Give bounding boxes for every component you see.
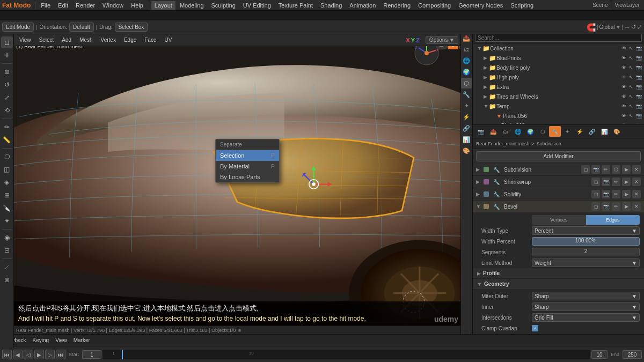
ws-animation[interactable]: Animation — [346, 1, 379, 10]
v2-sel[interactable]: ↖ — [628, 65, 634, 70]
rp-particles-icon[interactable]: ✦ — [461, 100, 472, 111]
vp-vertex[interactable]: Vertex — [98, 36, 119, 43]
rip-icon[interactable]: ⊗ — [1, 274, 13, 286]
extrude-icon[interactable]: ⬡ — [1, 151, 13, 162]
ctx-selection[interactable]: Selection P — [216, 150, 279, 161]
edges-btn[interactable]: Edges — [586, 215, 640, 225]
sol-del-btn[interactable]: ✕ — [632, 190, 641, 198]
loop-cut-icon[interactable]: ⊞ — [1, 189, 13, 201]
outliner-item-temp[interactable]: ▼ 📁 Temp 👁 ↖ 📷 — [473, 101, 644, 111]
v5-eye[interactable]: 👁 — [620, 94, 627, 99]
rp-physics-icon[interactable]: ⚡ — [461, 112, 472, 122]
v8-ren[interactable]: 📷 — [635, 123, 642, 124]
v6-eye[interactable]: 👁 — [620, 104, 627, 109]
vp-mesh[interactable]: Mesh — [76, 36, 96, 43]
cursor-icon[interactable]: ✛ — [1, 49, 13, 61]
tl-play-btn[interactable]: ▶ — [34, 350, 44, 359]
v4-sel[interactable]: ↖ — [628, 84, 634, 90]
pp-data[interactable]: 📊 — [598, 126, 610, 137]
move-icon[interactable]: ⊕ — [1, 66, 13, 78]
sub-render-btn[interactable]: 📷 — [591, 165, 600, 174]
smooth-icon[interactable]: ◉ — [1, 232, 13, 243]
v7-sel[interactable]: ↖ — [628, 113, 634, 119]
rotate-tool-icon[interactable]: ↺ — [1, 79, 13, 91]
pp-world[interactable]: 🌍 — [524, 126, 536, 137]
clamp-checkbox[interactable]: ✓ — [532, 325, 538, 331]
ws-uv[interactable]: UV Editing — [240, 1, 274, 10]
bev-del-btn[interactable]: ✕ — [632, 202, 641, 211]
vp-view[interactable]: View — [16, 36, 34, 43]
options-btn[interactable]: Options ▼ — [426, 36, 458, 44]
sol-edit-btn[interactable]: ✏ — [612, 190, 620, 198]
rp-constraints-icon[interactable]: 🔗 — [461, 123, 472, 134]
rotate-icon[interactable]: ↺ — [631, 24, 636, 31]
outliner-item-bodyline[interactable]: ▶ 📁 Body line poly 👁 ↖ 📷 — [473, 63, 644, 72]
outliner-item-highpoly[interactable]: ▶ 📁 High poly 👁 ↖ 📷 — [473, 72, 644, 82]
rp-data-icon[interactable]: 📊 — [461, 134, 472, 145]
v5-ren[interactable]: 📷 — [635, 94, 642, 99]
vp-edge[interactable]: Edge — [121, 36, 140, 43]
polypen-icon[interactable]: ✦ — [1, 215, 13, 227]
v4-eye[interactable]: 👁 — [620, 84, 627, 90]
menu-window[interactable]: Window — [99, 1, 127, 10]
add-modifier-btn[interactable]: Add Modifier — [476, 151, 641, 161]
ws-geonodes[interactable]: Geometry Nodes — [455, 1, 506, 10]
width-type-dropdown[interactable]: Percent ▼ — [532, 226, 640, 235]
vis-cursor[interactable]: ↖ — [628, 46, 634, 51]
main-viewport[interactable]: User Perspective (1) Rear Fender_main me… — [14, 34, 472, 334]
ws-texture[interactable]: Texture Paint — [275, 1, 316, 10]
width-percent-field[interactable]: 100.00% — [532, 237, 640, 246]
intersections-dropdown[interactable]: Grid Fill ▼ — [532, 313, 640, 322]
geometry-section-header[interactable]: ▼ Geometry — [473, 279, 644, 290]
v3-sel[interactable]: ↖ — [628, 75, 634, 80]
tl-keying[interactable]: Keying — [31, 337, 52, 343]
limit-method-dropdown[interactable]: Weight ▼ — [532, 258, 640, 267]
vertices-btn[interactable]: Vertices — [532, 215, 586, 225]
shear-icon[interactable]: ⟋ — [1, 261, 13, 273]
pp-object[interactable]: ⬡ — [537, 126, 548, 137]
pp-physics[interactable]: ⚡ — [574, 126, 586, 137]
scale-tool-icon[interactable]: ⤢ — [1, 92, 13, 104]
breadcrumb-modifier[interactable]: Subdivision — [537, 141, 561, 146]
tl-prev-keyframe-btn[interactable]: ◀ — [13, 350, 23, 359]
rp-view-icon[interactable]: 🗂 — [461, 44, 472, 55]
pp-render[interactable]: 📷 — [475, 126, 487, 137]
segments-field[interactable]: 2 — [532, 248, 640, 256]
pp-output[interactable]: 📤 — [487, 126, 499, 137]
menu-help[interactable]: Help — [128, 1, 147, 10]
shrinkwrap-header[interactable]: ▶ 🔧 Shrinkwrap ◻ 📷 ✏ ▶ ✕ — [473, 176, 644, 188]
v8-sel[interactable]: ↖ — [628, 123, 634, 124]
v-ren[interactable]: 📷 — [635, 55, 642, 61]
pp-particles[interactable]: ✦ — [561, 126, 573, 137]
v7-ren[interactable]: 📷 — [635, 113, 642, 119]
shw-ren-btn[interactable]: 📷 — [602, 178, 610, 186]
menu-render[interactable]: Render — [72, 1, 98, 10]
tl-next-keyframe-btn[interactable]: ▷ — [45, 350, 55, 359]
v6-sel[interactable]: ↖ — [628, 104, 634, 109]
bevel-header[interactable]: ▼ 🔧 Bevel ◻ 📷 ✏ ▶ ✕ — [473, 201, 644, 212]
tl-bar[interactable]: 1 10 — [103, 350, 590, 359]
transform-tool-icon[interactable]: ⟲ — [1, 105, 13, 116]
ctx-by-loose-parts[interactable]: By Loose Parts — [216, 172, 279, 182]
outliner-item-collection[interactable]: ▼ 📁 Collection 👁 ↖ 📷 — [473, 43, 644, 53]
magnet-icon[interactable]: 🧲 — [587, 23, 596, 32]
mode-dropdown[interactable]: Edit Mode — [2, 23, 34, 32]
pp-constraints[interactable]: 🔗 — [586, 126, 598, 137]
tl-marker[interactable]: Marker — [71, 337, 92, 343]
sub-apply-btn[interactable]: ▶ — [622, 165, 631, 174]
ws-shading[interactable]: Shading — [317, 1, 345, 10]
bev-rt-btn[interactable]: ◻ — [591, 202, 600, 211]
transform-icon[interactable]: ↔ — [624, 24, 630, 31]
z-axis-btn[interactable]: Z — [416, 37, 420, 43]
outliner-search-input[interactable] — [475, 33, 642, 42]
v3-ren[interactable]: 📷 — [635, 75, 642, 80]
menu-edit[interactable]: Edit — [55, 1, 71, 10]
tl-end-input[interactable] — [623, 350, 642, 359]
vp-add[interactable]: Add — [58, 36, 75, 43]
shrink-icon[interactable]: ⊟ — [1, 245, 13, 256]
ws-scripting[interactable]: Scripting — [507, 1, 537, 10]
v-sel[interactable]: ↖ — [628, 55, 634, 61]
sub-edit-btn[interactable]: ✏ — [602, 165, 610, 174]
shw-rt-btn[interactable]: ◻ — [591, 178, 600, 186]
breadcrumb-mesh[interactable]: Rear Fender_main mesh — [476, 141, 530, 146]
